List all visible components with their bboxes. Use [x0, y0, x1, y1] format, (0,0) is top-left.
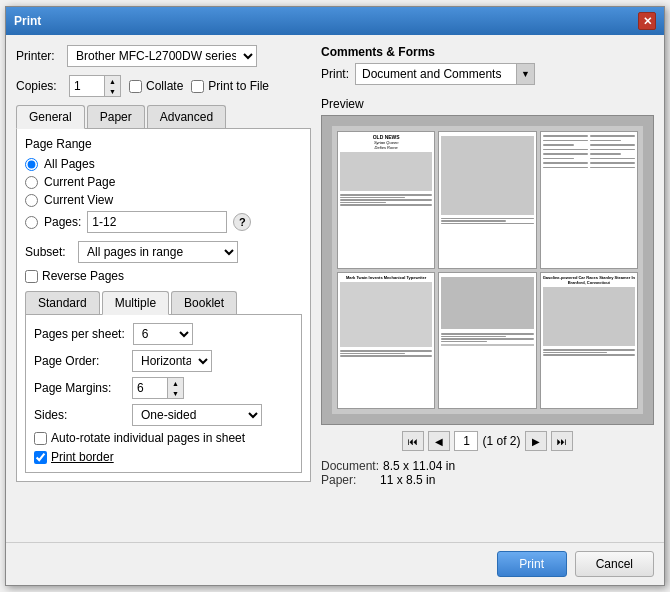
line — [340, 194, 432, 196]
current-page-radio[interactable] — [25, 176, 38, 189]
print-dropdown-arrow[interactable]: ▼ — [516, 64, 534, 84]
reverse-pages-checkbox[interactable] — [25, 270, 38, 283]
pages-help-button[interactable]: ? — [233, 213, 251, 231]
preview-page-4: Mark Twain Invents Mechanical Typewriter — [337, 272, 435, 410]
pagination-row: ⏮ ◀ (1 of 2) ▶ ⏭ — [321, 431, 654, 451]
dialog-title: Print — [14, 14, 41, 28]
current-view-row: Current View — [25, 193, 302, 207]
preview-label: Preview — [321, 97, 654, 111]
paper-row: Paper: 11 x 8.5 in — [321, 473, 654, 487]
last-page-button[interactable]: ⏭ — [551, 431, 573, 451]
collate-checkbox[interactable] — [129, 80, 142, 93]
sides-select[interactable]: One-sided — [132, 404, 262, 426]
preview-page-6-title: Gasoline-powered Car Races Stanley Steam… — [543, 275, 635, 285]
paper-value: 11 x 8.5 in — [380, 473, 435, 487]
document-row: Document: 8.5 x 11.04 in — [321, 459, 654, 473]
line — [543, 153, 588, 155]
pages-input[interactable] — [87, 211, 227, 233]
print-button[interactable]: Print — [497, 551, 567, 577]
current-view-radio[interactable] — [25, 194, 38, 207]
all-pages-radio[interactable] — [25, 158, 38, 171]
pages-per-sheet-select[interactable]: 6 — [133, 323, 193, 345]
line — [543, 144, 575, 146]
line — [590, 140, 622, 142]
tab-paper[interactable]: Paper — [87, 105, 145, 128]
tab-general[interactable]: General — [16, 105, 85, 129]
print-dropdown[interactable]: Document and Comments ▼ — [355, 63, 535, 85]
document-info: Document: 8.5 x 11.04 in Paper: 11 x 8.5… — [321, 459, 654, 487]
line — [543, 162, 588, 164]
preview-page-2-text — [441, 217, 533, 226]
preview-page-6: Gasoline-powered Car Races Stanley Steam… — [540, 272, 638, 410]
collate-label[interactable]: Collate — [129, 79, 183, 93]
line — [590, 135, 635, 137]
next-page-button[interactable]: ▶ — [525, 431, 547, 451]
page-order-row: Page Order: Horizontal — [34, 350, 293, 372]
preview-box: OLD NEWS Syrian Queen Defies Rome — [321, 115, 654, 425]
dialog-body: Printer: Brother MFC-L2700DW series Copi… — [6, 35, 664, 542]
print-to-file-text: Print to File — [208, 79, 269, 93]
line — [543, 354, 635, 356]
pages-radio[interactable] — [25, 216, 38, 229]
preview-col-2 — [590, 134, 635, 266]
line — [543, 158, 575, 160]
comments-forms-label: Comments & Forms — [321, 45, 654, 59]
tab-advanced[interactable]: Advanced — [147, 105, 226, 128]
line — [441, 338, 533, 340]
auto-rotate-checkbox[interactable] — [34, 432, 47, 445]
copies-input[interactable] — [70, 76, 104, 96]
page-order-label: Page Order: — [34, 354, 124, 368]
margins-down-button[interactable]: ▼ — [168, 388, 183, 398]
subset-select[interactable]: All pages in range — [78, 241, 238, 263]
preview-page-2-img — [441, 136, 533, 215]
close-button[interactable]: ✕ — [638, 12, 656, 30]
page-range-section: Page Range All Pages Current Page Curren… — [25, 137, 302, 233]
preview-page-1: OLD NEWS Syrian Queen Defies Rome — [337, 131, 435, 269]
preview-page-2 — [438, 131, 536, 269]
current-page-row: Current Page — [25, 175, 302, 189]
preview-page-4-img — [340, 282, 432, 348]
reverse-pages-label[interactable]: Reverse Pages — [25, 269, 302, 283]
cancel-button[interactable]: Cancel — [575, 551, 654, 577]
printer-row: Printer: Brother MFC-L2700DW series — [16, 45, 311, 67]
copies-row: Copies: ▲ ▼ Collate Print to File — [16, 75, 311, 97]
page-margins-row: Page Margins: ▲ ▼ — [34, 377, 293, 399]
first-page-button[interactable]: ⏮ — [402, 431, 424, 451]
line — [590, 144, 635, 146]
copies-down-button[interactable]: ▼ — [105, 86, 120, 96]
sides-label: Sides: — [34, 408, 124, 422]
tab-booklet[interactable]: Booklet — [171, 291, 237, 314]
line — [441, 218, 533, 220]
page-order-select[interactable]: Horizontal — [132, 350, 212, 372]
collate-text: Collate — [146, 79, 183, 93]
print-border-checkbox[interactable] — [34, 451, 47, 464]
paper-label: Paper: — [321, 473, 376, 487]
line — [543, 135, 588, 137]
tab-multiple[interactable]: Multiple — [102, 291, 169, 315]
margins-up-button[interactable]: ▲ — [168, 378, 183, 388]
auto-rotate-row: Auto-rotate individual pages in sheet — [34, 431, 293, 445]
pages-per-sheet-row: Pages per sheet: 6 — [34, 323, 293, 345]
print-to-file-label[interactable]: Print to File — [191, 79, 269, 93]
all-pages-label: All Pages — [44, 157, 95, 171]
preview-page-1-text — [340, 193, 432, 207]
current-page-label: Current Page — [44, 175, 115, 189]
preview-page-3-cols — [543, 134, 635, 266]
copies-up-button[interactable]: ▲ — [105, 76, 120, 86]
print-row: Print: Document and Comments ▼ — [321, 63, 654, 85]
pages-per-sheet-label: Pages per sheet: — [34, 327, 125, 341]
line — [590, 167, 635, 169]
current-view-label: Current View — [44, 193, 113, 207]
tab-content-general: Page Range All Pages Current Page Curren… — [16, 129, 311, 482]
line — [543, 352, 608, 354]
line — [340, 202, 386, 204]
line — [543, 140, 588, 142]
copies-spinner-btns: ▲ ▼ — [104, 76, 120, 96]
printer-select[interactable]: Brother MFC-L2700DW series — [67, 45, 257, 67]
prev-page-button[interactable]: ◀ — [428, 431, 450, 451]
page-margins-input[interactable] — [133, 378, 167, 398]
tab-standard[interactable]: Standard — [25, 291, 100, 314]
main-tabs: General Paper Advanced — [16, 105, 311, 129]
page-number-input[interactable] — [454, 431, 478, 451]
print-to-file-checkbox[interactable] — [191, 80, 204, 93]
